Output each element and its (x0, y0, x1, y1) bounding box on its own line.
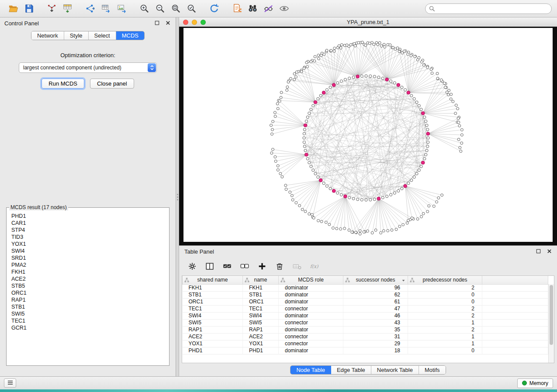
import-table-button[interactable] (59, 2, 75, 15)
cell-predecessor-nodes[interactable]: 2 (408, 284, 482, 291)
scrollbar-thumb[interactable] (550, 285, 553, 345)
result-item[interactable]: SRD1 (11, 254, 164, 261)
cell-mcds-role[interactable]: dominator (279, 284, 343, 291)
cell-name[interactable]: YOX1 (243, 340, 279, 347)
zoom-in-button[interactable] (136, 2, 152, 15)
result-item[interactable]: ORC1 (11, 289, 164, 296)
cell-mcds-role[interactable]: dominator (279, 291, 343, 298)
table-row[interactable]: ACE2ACE2connector311 (183, 333, 548, 340)
cell-shared-name[interactable]: ORC1 (183, 298, 243, 305)
table-row[interactable]: ORC1ORC1dominator610 (183, 298, 548, 305)
network-canvas[interactable] (183, 28, 553, 242)
result-item[interactable]: ACE2 (11, 275, 164, 282)
manage-networks-button[interactable] (229, 2, 245, 15)
cell-name[interactable]: SWI4 (243, 312, 279, 319)
table-row[interactable]: SWI5SWI5connector431 (183, 319, 548, 326)
zoom-selected-button[interactable] (183, 2, 199, 15)
cell-successor-nodes[interactable]: 35 (343, 326, 408, 333)
cell-name[interactable]: RAP1 (243, 326, 279, 333)
cell-shared-name[interactable]: TEC1 (183, 305, 243, 312)
cell-mcds-role[interactable]: dominator (279, 347, 343, 354)
result-item[interactable]: FKH1 (11, 268, 164, 275)
tab-network-table[interactable]: Network Table (371, 366, 419, 374)
import-network-button[interactable] (44, 2, 59, 15)
run-mcds-button[interactable]: Run MCDS (42, 79, 84, 89)
result-item[interactable]: STP4 (11, 227, 164, 234)
delete-row-button[interactable] (273, 260, 287, 273)
close-panel-action-button[interactable]: Close panel (90, 79, 134, 89)
settings-button[interactable] (185, 260, 199, 273)
cell-mcds-role[interactable]: dominator (279, 312, 343, 319)
cell-successor-nodes[interactable]: 47 (343, 305, 408, 312)
table-row[interactable]: TEC1TEC1connector472 (183, 305, 548, 312)
close-window-icon[interactable] (183, 20, 188, 25)
cell-predecessor-nodes[interactable]: 1 (408, 333, 482, 340)
cell-predecessor-nodes[interactable]: 0 (408, 291, 482, 298)
export-network-button[interactable] (82, 2, 98, 15)
cell-successor-nodes[interactable]: 31 (343, 333, 408, 340)
tab-style[interactable]: Style (64, 31, 89, 40)
memory-button[interactable]: Memory (517, 378, 553, 388)
cell-successor-nodes[interactable]: 18 (343, 347, 408, 354)
tab-mcds[interactable]: MCDS (116, 31, 144, 40)
tab-motifs[interactable]: Motifs (419, 366, 446, 374)
search-input[interactable] (425, 3, 552, 14)
cell-shared-name[interactable]: SWI5 (183, 319, 243, 326)
cell-successor-nodes[interactable]: 96 (343, 284, 408, 291)
result-item[interactable]: RAP1 (11, 296, 164, 303)
cell-predecessor-nodes[interactable]: 2 (408, 312, 482, 319)
tab-edge-table[interactable]: Edge Table (331, 366, 371, 374)
cell-shared-name[interactable]: YOX1 (183, 340, 243, 347)
tab-node-table[interactable]: Node Table (291, 366, 331, 374)
column-header-name[interactable]: name (243, 276, 279, 284)
tab-select[interactable]: Select (89, 31, 116, 40)
table-row[interactable]: YOX1YOX1connector291 (183, 340, 548, 347)
column-header-successor-nodes[interactable]: successor nodes (343, 276, 408, 284)
add-row-button[interactable] (255, 260, 269, 273)
result-item[interactable]: PHD1 (11, 213, 164, 220)
select-all-button[interactable] (220, 260, 234, 273)
unselect-all-button[interactable] (238, 260, 252, 273)
zoom-window-icon[interactable] (201, 20, 206, 25)
column-header-predecessor-nodes[interactable]: predecessor nodes (408, 276, 482, 284)
cell-name[interactable]: ORC1 (243, 298, 279, 305)
cell-predecessor-nodes[interactable]: 0 (408, 347, 482, 354)
result-item[interactable]: SWI5 (11, 310, 164, 317)
cell-shared-name[interactable]: FKH1 (183, 284, 243, 291)
result-item[interactable]: PMA2 (11, 261, 164, 268)
float-panel-button[interactable] (153, 20, 160, 27)
cell-successor-nodes[interactable]: 61 (343, 298, 408, 305)
result-item[interactable]: TEC1 (11, 317, 164, 324)
minimize-window-icon[interactable] (192, 20, 197, 25)
zoom-fit-button[interactable] (168, 2, 183, 15)
cell-predecessor-nodes[interactable]: 2 (408, 326, 482, 333)
cell-mcds-role[interactable]: connector (279, 340, 343, 347)
cell-name[interactable]: FKH1 (243, 284, 279, 291)
show-all-button[interactable] (276, 2, 292, 15)
save-session-button[interactable] (21, 2, 37, 15)
table-row[interactable]: PHD1PHD1dominator180 (183, 347, 548, 354)
tab-network[interactable]: Network (31, 31, 64, 40)
cell-successor-nodes[interactable]: 46 (343, 312, 408, 319)
zoom-out-button[interactable] (152, 2, 168, 15)
optimization-criterion-select[interactable]: largest connected component (undirected) (19, 62, 157, 73)
function-button[interactable]: f(x) (308, 260, 322, 273)
cell-mcds-role[interactable]: connector (279, 305, 343, 312)
clear-table-button[interactable] (290, 260, 304, 273)
export-image-button[interactable] (114, 2, 129, 15)
cell-name[interactable]: TEC1 (243, 305, 279, 312)
result-item[interactable]: STB1 (11, 303, 164, 310)
cell-successor-nodes[interactable]: 62 (343, 291, 408, 298)
result-item[interactable]: SWI4 (11, 248, 164, 254)
cell-successor-nodes[interactable]: 29 (343, 340, 408, 347)
hide-selected-button[interactable] (260, 2, 276, 15)
cell-name[interactable]: PHD1 (243, 347, 279, 354)
cell-shared-name[interactable]: PHD1 (183, 347, 243, 354)
cell-shared-name[interactable]: SWI4 (183, 312, 243, 319)
result-item[interactable]: YOX1 (11, 241, 164, 248)
cell-shared-name[interactable]: RAP1 (183, 326, 243, 333)
export-table-button[interactable] (98, 2, 114, 15)
cell-predecessor-nodes[interactable]: 2 (408, 305, 482, 312)
cell-mcds-role[interactable]: connector (279, 333, 343, 340)
cell-mcds-role[interactable]: dominator (279, 298, 343, 305)
